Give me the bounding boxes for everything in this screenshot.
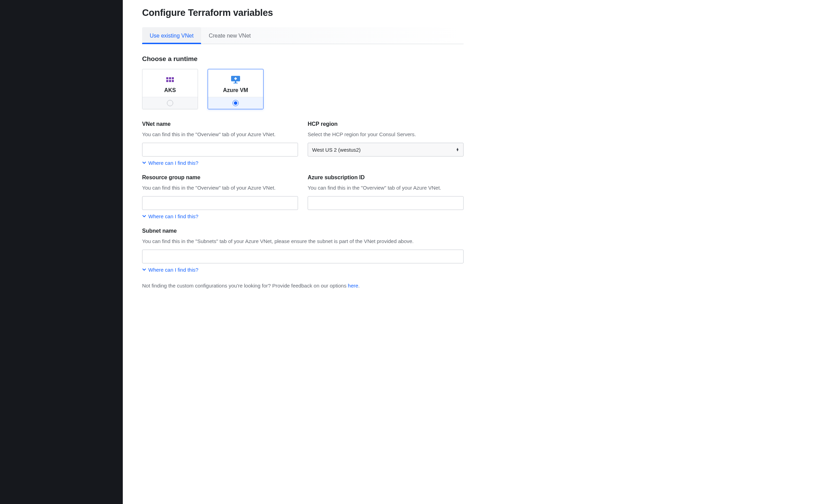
hcp-region-help: Select the HCP region for your Consul Se…: [308, 131, 464, 138]
subnet-name-disclose[interactable]: Where can I find this?: [142, 267, 198, 273]
sidebar: [0, 0, 123, 504]
vnet-name-help: You can find this in the "Overview" tab …: [142, 131, 298, 138]
runtime-options: AKS Azure VM: [142, 69, 464, 109]
vnet-name-disclose[interactable]: Where can I find this?: [142, 160, 198, 166]
resource-group-help: You can find this in the "Overview" tab …: [142, 184, 298, 191]
page-title: Configure Terraform variables: [142, 8, 464, 18]
feedback-prefix: Not finding the custom configurations yo…: [142, 283, 348, 289]
field-hcp-region: HCP region Select the HCP region for you…: [308, 121, 464, 166]
hcp-region-label: HCP region: [308, 121, 464, 127]
runtime-label-aks: AKS: [145, 87, 195, 93]
hcp-region-select[interactable]: West US 2 (westus2) ▲▼: [308, 143, 464, 157]
field-subnet-name: Subnet name You can find this in the "Su…: [142, 228, 464, 273]
runtime-radio-azure-vm[interactable]: [232, 100, 239, 106]
runtime-option-azure-vm[interactable]: Azure VM: [208, 69, 264, 109]
field-resource-group: Resource group name You can find this in…: [142, 174, 298, 220]
tab-create-new-vnet[interactable]: Create new VNet: [201, 27, 258, 44]
feedback-link[interactable]: here: [348, 283, 358, 289]
runtime-option-aks[interactable]: AKS: [142, 69, 198, 109]
azure-vm-icon: [211, 75, 260, 84]
hcp-region-value: West US 2 (westus2): [312, 147, 361, 153]
vnet-name-label: VNet name: [142, 121, 298, 127]
subnet-name-label: Subnet name: [142, 228, 464, 234]
resource-group-disclose-label: Where can I find this?: [148, 213, 198, 219]
tab-use-existing-vnet[interactable]: Use existing VNet: [142, 27, 201, 44]
subscription-id-label: Azure subscription ID: [308, 174, 464, 181]
subnet-name-disclose-label: Where can I find this?: [148, 267, 198, 273]
subscription-id-help: You can find this in the "Overview" tab …: [308, 184, 464, 191]
runtime-label-azure-vm: Azure VM: [211, 87, 260, 93]
vnet-tabs: Use existing VNet Create new VNet: [142, 27, 464, 44]
subnet-name-input[interactable]: [142, 250, 464, 263]
feedback-suffix: .: [358, 283, 360, 289]
resource-group-input[interactable]: [142, 196, 298, 210]
chevron-down-icon: [142, 267, 146, 273]
select-chevrons-icon: ▲▼: [456, 148, 459, 151]
resource-group-label: Resource group name: [142, 174, 298, 181]
aks-icon: [145, 75, 195, 84]
chevron-down-icon: [142, 160, 146, 166]
subnet-name-help: You can find this in the "Subnets" tab o…: [142, 238, 464, 245]
runtime-radio-aks[interactable]: [167, 100, 173, 106]
field-subscription-id: Azure subscription ID You can find this …: [308, 174, 464, 220]
resource-group-disclose[interactable]: Where can I find this?: [142, 213, 198, 219]
main-content: Configure Terraform variables Use existi…: [123, 0, 483, 504]
subscription-id-input[interactable]: [308, 196, 464, 210]
choose-runtime-title: Choose a runtime: [142, 55, 464, 63]
vnet-name-input[interactable]: [142, 143, 298, 157]
vnet-name-disclose-label: Where can I find this?: [148, 160, 198, 166]
field-vnet-name: VNet name You can find this in the "Over…: [142, 121, 298, 166]
feedback-text: Not finding the custom configurations yo…: [142, 283, 464, 289]
chevron-down-icon: [142, 213, 146, 219]
